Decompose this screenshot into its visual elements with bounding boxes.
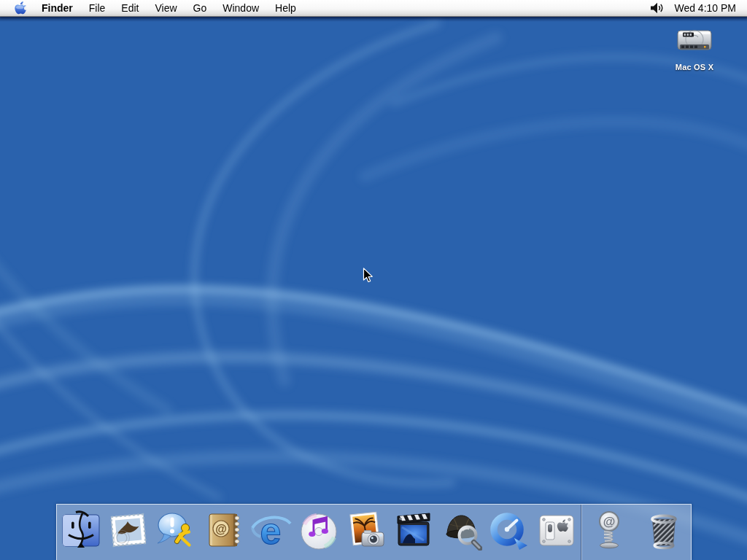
system-preferences-icon (536, 510, 577, 551)
dock-apps-section: @ e (57, 505, 581, 551)
svg-text:e: e (260, 510, 281, 551)
dock-item-trash[interactable] (636, 505, 691, 551)
macos-desktop-screen: Finder File Edit View Go Window Help Wed… (0, 0, 747, 560)
address-book-icon: @ (203, 510, 244, 551)
desktop-icon-label: Mac OS X (668, 63, 721, 71)
desktop: Mac OS X (0, 16, 747, 560)
desktop-icon-macosx-disk[interactable]: Mac OS X (668, 22, 721, 71)
menu-item-help[interactable]: Help (267, 0, 304, 16)
trash-basket-icon (643, 510, 684, 551)
menu-item-edit[interactable]: Edit (113, 0, 147, 16)
dock-item-quicktime[interactable] (485, 505, 533, 551)
menubar-clock[interactable]: Wed 4:10 PM (671, 0, 747, 16)
dock-documents-section: @ (581, 505, 691, 551)
menu-item-file[interactable]: File (81, 0, 114, 16)
speaker-volume-icon (649, 2, 664, 14)
hard-disk-icon (675, 22, 714, 58)
dock-item-iphoto[interactable] (343, 505, 390, 551)
dock: @ e (56, 504, 692, 560)
dock-item-system-preferences[interactable] (533, 505, 581, 551)
menu-item-view[interactable]: View (147, 0, 185, 16)
dock-item-internet-explorer[interactable]: e (247, 505, 295, 551)
sherlock-hat-icon (441, 510, 482, 551)
iphoto-camera-icon (346, 510, 387, 551)
menu-item-window[interactable]: Window (214, 0, 267, 16)
dock-item-finder[interactable] (57, 505, 104, 551)
menu-item-go[interactable]: Go (185, 0, 215, 16)
svg-text:@: @ (603, 515, 615, 529)
dock-item-ichat[interactable] (152, 505, 200, 551)
menu-bar: Finder File Edit View Go Window Help Wed… (0, 0, 747, 17)
dock-item-macosx-link[interactable]: @ (581, 505, 636, 551)
volume-menu-extra[interactable] (642, 0, 671, 16)
quicktime-q-icon (489, 510, 530, 551)
dock-item-sherlock[interactable] (438, 505, 485, 551)
arrow-cursor (363, 268, 373, 283)
imovie-clapper-icon (393, 510, 434, 551)
wallpaper-aqua-swirls (0, 16, 747, 560)
ichat-bubble-icon (155, 510, 196, 551)
dock-item-imovie[interactable] (390, 505, 438, 551)
dock-item-address-book[interactable]: @ (200, 505, 247, 551)
svg-text:@: @ (216, 523, 228, 535)
itunes-cd-icon (298, 510, 339, 551)
apple-menu[interactable] (0, 0, 34, 16)
dock-item-itunes[interactable] (295, 505, 342, 551)
running-indicator (77, 542, 85, 548)
internet-explorer-icon: e (251, 510, 292, 551)
menu-item-finder[interactable]: Finder (34, 0, 81, 16)
mail-stamp-icon (108, 510, 149, 551)
at-spring-icon: @ (589, 510, 630, 551)
apple-logo-icon (14, 1, 26, 15)
dock-item-mail[interactable] (104, 505, 152, 551)
